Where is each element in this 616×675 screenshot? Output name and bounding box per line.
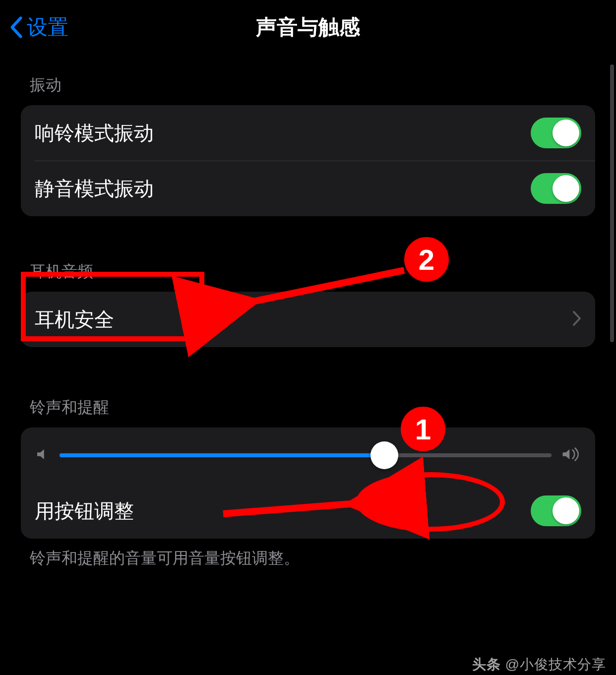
group-ringer: 用按钮调整 — [21, 428, 595, 539]
back-button[interactable]: 设置 — [10, 13, 68, 41]
volume-low-icon — [35, 447, 50, 464]
row-label: 用按钮调整 — [35, 497, 134, 525]
chevron-left-icon — [10, 16, 23, 39]
row-vibrate-on-silent[interactable]: 静音模式振动 — [21, 161, 595, 216]
section-header-ringer: 铃声和提醒 — [21, 347, 595, 428]
row-label: 响铃模式振动 — [35, 120, 154, 147]
toggle-vibrate-on-ring[interactable] — [531, 118, 581, 148]
toggle-vibrate-on-silent[interactable] — [531, 173, 581, 204]
watermark-handle: @小俊技术分享 — [505, 657, 606, 672]
section-header-headphone: 耳机音频 — [21, 216, 595, 292]
toggle-change-with-buttons[interactable] — [531, 495, 581, 526]
chevron-right-icon — [572, 311, 581, 328]
row-label: 耳机安全 — [35, 306, 114, 333]
section-header-vibration: 振动 — [21, 55, 595, 105]
volume-slider[interactable] — [60, 453, 552, 457]
watermark: 头条 @小俊技术分享 — [472, 655, 606, 674]
group-vibration: 响铃模式振动 静音模式振动 — [21, 105, 595, 216]
page-title: 声音与触感 — [256, 13, 360, 41]
navigation-bar: 设置 声音与触感 — [0, 0, 616, 55]
watermark-prefix: 头条 — [472, 657, 501, 672]
row-label: 静音模式振动 — [35, 175, 154, 202]
row-change-with-buttons[interactable]: 用按钮调整 — [21, 483, 595, 539]
section-footer-ringer: 铃声和提醒的音量可用音量按钮调整。 — [21, 539, 595, 569]
group-headphone: 耳机安全 — [21, 292, 595, 347]
volume-high-icon — [561, 446, 581, 464]
row-headphone-safety[interactable]: 耳机安全 — [21, 292, 595, 347]
row-vibrate-on-ring[interactable]: 响铃模式振动 — [21, 105, 595, 161]
row-volume-slider — [21, 428, 595, 483]
scrollbar[interactable] — [610, 64, 614, 342]
back-label: 设置 — [27, 13, 68, 41]
